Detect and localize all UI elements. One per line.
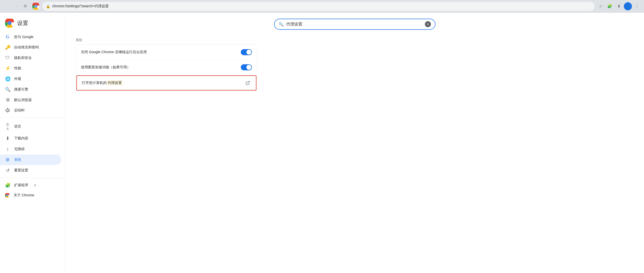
system-icon: ⚙	[5, 157, 10, 163]
sidebar-item-appearance[interactable]: 🌐 外观	[0, 74, 61, 84]
sidebar-item-accessibility-label: 无障碍	[14, 147, 25, 151]
search-input[interactable]	[286, 22, 422, 26]
startup-icon: ⏻	[5, 108, 10, 113]
svg-point-6	[8, 22, 11, 25]
hardware-accel-toggle-thumb	[246, 65, 251, 70]
save-button[interactable]: ⬇	[615, 2, 623, 10]
about-chrome-icon	[5, 193, 10, 198]
bookmark-button[interactable]: ☆	[597, 2, 605, 10]
sidebar-item-about[interactable]: 关于 Chrome	[0, 191, 61, 200]
background-apps-row: 关闭 Google Chrome 后继续运行后台应用	[76, 45, 257, 60]
sidebar-item-extensions[interactable]: 🧩 扩展程序 ↗	[0, 180, 61, 191]
sidebar-item-extensions-label: 扩展程序	[14, 183, 28, 188]
sidebar-item-privacy[interactable]: 🛡 隐私和安全	[0, 53, 61, 63]
main-content: 🔍 × 系统 关闭 Google Chrome 后继续运行后台应用 使用图形加速…	[66, 13, 644, 273]
sidebar-divider-1	[0, 117, 65, 118]
sidebar-item-reset[interactable]: ↺ 重置设置	[0, 165, 61, 176]
sidebar-item-search[interactable]: 🔍 搜索引擎	[0, 84, 61, 95]
sidebar-item-google[interactable]: G 您与 Google	[0, 32, 61, 42]
download-icon: ⬇	[5, 136, 10, 141]
address-text: chrome://settings/?search=代理设置	[52, 4, 591, 9]
sidebar-item-default-browser[interactable]: 🖥 默认浏览器	[0, 95, 61, 105]
appearance-icon: 🌐	[5, 76, 10, 82]
browser-icon: 🖥	[5, 97, 10, 103]
settings-page-title: 设置	[17, 19, 28, 27]
sidebar-item-default-browser-label: 默认浏览器	[14, 98, 32, 102]
proxy-label-prefix: 打开您计算机的	[82, 81, 107, 85]
reset-icon: ↺	[5, 168, 10, 173]
svg-point-8	[7, 195, 8, 196]
sidebar-item-autofill[interactable]: 🔑 自动填充和密码	[0, 42, 61, 53]
svg-line-9	[248, 81, 250, 83]
sidebar-divider-2	[0, 178, 65, 178]
search-magnify-icon: 🔍	[279, 22, 284, 27]
proxy-settings-row: 打开您计算机的代理设置	[76, 75, 256, 90]
sidebar-item-autofill-label: 自动填充和密码	[14, 45, 39, 50]
background-apps-toggle-thumb	[246, 50, 251, 55]
forward-button[interactable]: →	[12, 2, 20, 10]
background-apps-toggle[interactable]	[241, 49, 252, 55]
search-box: 🔍 ×	[274, 19, 435, 30]
search-clear-button[interactable]: ×	[425, 21, 431, 27]
svg-point-3	[35, 6, 37, 7]
extension-button[interactable]: 🧩	[606, 2, 614, 10]
sidebar-item-accessibility[interactable]: ↕ 无障碍	[0, 144, 61, 155]
hardware-accel-label: 使用图形加速功能（如果可用）	[81, 65, 241, 70]
sidebar-item-performance-label: 性能	[14, 66, 21, 71]
sidebar-item-appearance-label: 外观	[14, 77, 21, 81]
toolbar-icons: ☆ 🧩 ⬇ 👤 ⋮	[597, 2, 641, 10]
sidebar-item-google-label: 您与 Google	[14, 35, 34, 39]
browser-chrome: ← → ⟳ 🔒 chrome://settings/?search=代理设置 ☆…	[0, 0, 644, 13]
extensions-icon: 🧩	[5, 183, 10, 188]
key-icon: 🔑	[5, 45, 10, 50]
sidebar-item-language[interactable]: 文A 语言	[0, 120, 61, 133]
sidebar-item-reset-label: 重置设置	[14, 168, 28, 173]
sidebar-item-system[interactable]: ⚙ 系统	[0, 155, 61, 165]
hardware-accel-toggle[interactable]	[241, 64, 252, 70]
accessibility-icon: ↕	[5, 146, 10, 152]
extensions-external-icon: ↗	[33, 183, 36, 187]
sidebar: 设置 G 您与 Google 🔑 自动填充和密码 🛡 隐私和安全 ⚡ 性能 🌐 …	[0, 13, 66, 273]
settings-chrome-icon	[5, 19, 14, 28]
address-bar[interactable]: 🔒 chrome://settings/?search=代理设置	[42, 2, 595, 11]
settings-title: 设置	[0, 17, 65, 32]
background-apps-toggle-track[interactable]	[241, 49, 252, 55]
sidebar-item-startup[interactable]: ⏻ 启动时	[0, 105, 61, 115]
sidebar-item-search-label: 搜索引擎	[14, 87, 28, 92]
chrome-logo-icon	[32, 3, 39, 10]
settings-card: 关闭 Google Chrome 后继续运行后台应用 使用图形加速功能（如果可用…	[76, 44, 257, 91]
language-icon: 文A	[5, 122, 10, 131]
sidebar-item-language-label: 语言	[14, 124, 21, 129]
search-icon: 🔍	[5, 87, 10, 92]
reload-button[interactable]: ⟳	[21, 2, 29, 10]
sidebar-item-privacy-label: 隐私和安全	[14, 56, 32, 60]
settings-container: 设置 G 您与 Google 🔑 自动填充和密码 🛡 隐私和安全 ⚡ 性能 🌐 …	[0, 13, 644, 273]
menu-button[interactable]: ⋮	[633, 2, 641, 10]
proxy-settings-label: 打开您计算机的代理设置	[82, 81, 245, 85]
sidebar-item-downloads-label: 下载内容	[14, 136, 28, 141]
hardware-accel-toggle-track[interactable]	[241, 64, 252, 70]
sidebar-item-system-label: 系统	[14, 158, 21, 162]
google-icon: G	[5, 34, 10, 40]
sidebar-item-performance[interactable]: ⚡ 性能	[0, 63, 61, 74]
sidebar-item-downloads[interactable]: ⬇ 下载内容	[0, 133, 61, 144]
sidebar-item-about-label: 关于 Chrome	[14, 193, 34, 198]
nav-buttons: ← → ⟳	[3, 2, 29, 10]
shield-icon: 🛡	[5, 55, 10, 60]
hardware-accel-row: 使用图形加速功能（如果可用）	[76, 60, 257, 75]
section-title: 系统	[76, 38, 634, 42]
proxy-external-link-icon[interactable]	[245, 80, 251, 86]
search-container: 🔍 ×	[76, 19, 634, 30]
performance-icon: ⚡	[5, 66, 10, 71]
sidebar-item-startup-label: 启动时	[14, 108, 25, 113]
background-apps-label: 关闭 Google Chrome 后继续运行后台应用	[81, 50, 241, 54]
back-button[interactable]: ←	[3, 2, 11, 10]
profile-button[interactable]: 👤	[624, 2, 632, 10]
site-info-icon: 🔒	[46, 4, 50, 8]
proxy-label-highlight: 代理设置	[107, 80, 123, 85]
